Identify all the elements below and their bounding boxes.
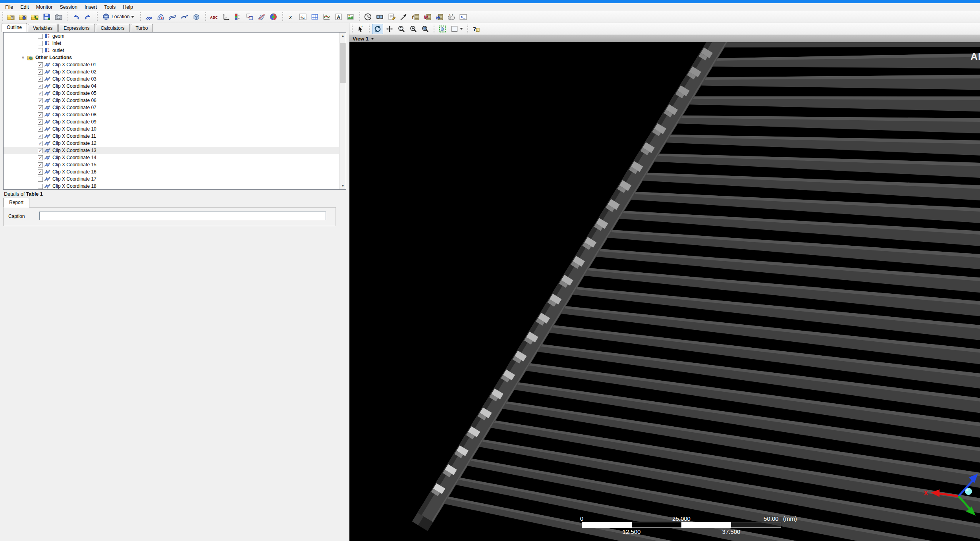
visibility-checkbox[interactable]: ✓ [38,62,43,67]
scroll-up-button[interactable]: ▲ [340,33,346,39]
function-calculator-button[interactable]: f [409,12,421,22]
visibility-checkbox[interactable] [38,184,43,189]
menu-edit[interactable]: Edit [17,4,33,10]
clip-plane-button[interactable] [255,12,267,22]
report-button[interactable] [386,12,397,22]
vector-button[interactable] [143,12,154,22]
tree-row-clip-x-coordinate-05[interactable]: ✓Clip X Coordinate 05 [4,90,346,97]
instance-transform-button[interactable] [243,12,255,22]
visibility-checkbox[interactable]: ✓ [38,91,43,96]
expression-button[interactable]: x [285,12,297,22]
tab-calculators[interactable]: Calculators [96,24,130,32]
visibility-checkbox[interactable]: ✓ [38,162,43,167]
scroll-down-button[interactable]: ▼ [340,183,346,189]
viewer-help-button[interactable]: ? [471,24,482,34]
color-map-button[interactable] [267,12,279,22]
menu-monitor[interactable]: Monitor [33,4,56,10]
probe-select-button[interactable]: * [355,24,366,34]
toolbar-drag-handle[interactable] [282,12,284,21]
tree-row-clip-x-coordinate-10[interactable]: ✓Clip X Coordinate 10 [4,125,346,133]
animation-button[interactable] [374,12,386,22]
macro-calculator-button[interactable]: M [421,12,433,22]
redo-button[interactable] [82,12,94,22]
tree-row-clip-x-coordinate-04[interactable]: ✓Clip X Coordinate 04 [4,83,346,90]
menu-help[interactable]: Help [119,4,137,10]
save-state-button[interactable] [41,12,52,22]
tree-row-inlet[interactable]: inlet [4,40,346,47]
chart-button[interactable] [320,12,332,22]
tree-row-clip-x-coordinate-14[interactable]: ✓Clip X Coordinate 14 [4,154,346,161]
menu-session[interactable]: Session [56,4,81,10]
view-selector-bar[interactable]: View 1 [349,35,980,42]
tree-row-outlet[interactable]: outlet [4,47,346,54]
toolbar-drag-handle[interactable] [204,12,206,21]
visibility-checkbox[interactable] [38,34,43,39]
fit-view-button[interactable] [437,24,448,34]
visibility-checkbox[interactable] [38,41,43,46]
turbo-button[interactable]: 12 [445,12,457,22]
probe-button[interactable] [397,12,409,22]
visibility-checkbox[interactable]: ✓ [38,134,43,139]
tree-row-clip-x-coordinate-15[interactable]: ✓Clip X Coordinate 15 [4,161,346,168]
coord-frame-button[interactable] [220,12,231,22]
figure-button[interactable] [344,12,356,22]
tree-row-clip-x-coordinate-11[interactable]: ✓Clip X Coordinate 11 [4,133,346,140]
import-data-button[interactable] [29,12,41,22]
view-direction-button[interactable] [449,24,465,34]
visibility-checkbox[interactable]: ✓ [38,141,43,146]
visibility-checkbox[interactable]: ✓ [38,112,43,117]
visibility-checkbox[interactable]: ✓ [38,98,43,103]
tree-scrollbar[interactable]: ▲ ▼ [339,33,346,189]
tab-turbo[interactable]: Turbo [131,24,153,32]
particle-track-button[interactable] [178,12,190,22]
rotate-button[interactable] [372,24,383,34]
expander-chevron-icon[interactable]: ˅ [20,56,26,60]
load-results-button[interactable] [5,12,17,22]
mesh-calculator-button[interactable]: ⊞ [433,12,445,22]
command-editor-button[interactable]: >_ [457,12,469,22]
visibility-checkbox[interactable] [38,48,43,53]
window-title-bar[interactable] [0,0,980,3]
tree-row-clip-x-coordinate-08[interactable]: ✓Clip X Coordinate 08 [4,111,346,118]
toolbar-drag-handle[interactable] [139,12,141,21]
tab-expressions[interactable]: Expressions [58,24,95,32]
location-dropdown-button[interactable]: Location [99,12,137,22]
visibility-checkbox[interactable]: ✓ [38,127,43,132]
visibility-checkbox[interactable]: ✓ [38,169,43,175]
tree-row-clip-x-coordinate-17[interactable]: Clip X Coordinate 17 [4,175,346,183]
zoom-fit-button[interactable] [420,24,431,34]
tree-row-clip-x-coordinate-13[interactable]: ✓Clip X Coordinate 13 [4,147,346,154]
visibility-checkbox[interactable]: ✓ [38,148,43,153]
toolbar-drag-handle[interactable] [96,12,98,21]
toolbar-drag-handle[interactable] [359,12,361,21]
tree-row-clip-x-coordinate-03[interactable]: ✓Clip X Coordinate 03 [4,75,346,83]
tree-row-clip-x-coordinate-01[interactable]: ✓Clip X Coordinate 01 [4,61,346,68]
tab-variables[interactable]: Variables [28,24,58,32]
visibility-checkbox[interactable]: ✓ [38,77,43,82]
toolbar-drag-handle[interactable] [67,12,69,21]
tree-row-other-locations[interactable]: ˅Other Locations [4,54,346,61]
undo-button[interactable] [70,12,82,22]
snapshot-button[interactable] [52,12,64,22]
text-button[interactable]: ABC [208,12,220,22]
menu-file[interactable]: File [2,4,17,10]
zoom-box-button[interactable] [408,24,419,34]
visibility-checkbox[interactable]: ✓ [38,105,43,110]
menu-tools[interactable]: Tools [100,4,119,10]
legend-button[interactable] [231,12,243,22]
tree-row-clip-x-coordinate-18[interactable]: Clip X Coordinate 18 [4,183,346,190]
menu-insert[interactable]: Insert [81,4,100,10]
tree-row-clip-x-coordinate-06[interactable]: ✓Clip X Coordinate 06 [4,97,346,104]
tab-report[interactable]: Report [3,198,29,208]
geometry-scene[interactable] [349,42,980,541]
tree-row-clip-x-coordinate-12[interactable]: ✓Clip X Coordinate 12 [4,140,346,147]
tab-outline[interactable]: Outline [2,23,27,32]
variable-button[interactable]: √α [297,12,309,22]
visibility-checkbox[interactable]: ✓ [38,155,43,160]
tree-row-clip-x-coordinate-07[interactable]: ✓Clip X Coordinate 07 [4,104,346,111]
timestep-button[interactable] [362,12,374,22]
pan-button[interactable] [384,24,395,34]
caption-input[interactable] [39,212,326,220]
visibility-checkbox[interactable]: ✓ [38,69,43,75]
visibility-checkbox[interactable] [38,177,43,182]
